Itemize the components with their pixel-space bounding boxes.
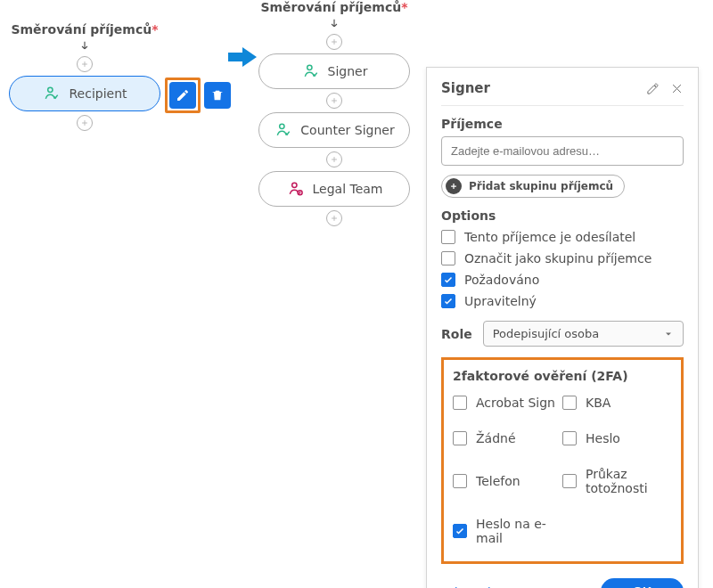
checkbox-unchecked [441, 251, 455, 265]
option-editable-label: Upravitelný [464, 294, 537, 308]
two-factor-section: 2faktorové ověření (2FA) Acrobat Sign KB… [441, 357, 684, 564]
panel-title: Signer [441, 80, 490, 96]
workflow-left: Směrování příjemců* Recipient [9, 22, 160, 135]
twofa-password-label: Heslo [586, 431, 620, 445]
delete-recipient-button[interactable] [204, 82, 231, 109]
option-is-sender[interactable]: Tento příjemce je odesílatel [441, 230, 684, 244]
recipient-pill[interactable]: Recipient [9, 76, 160, 111]
close-icon[interactable] [670, 82, 684, 95]
recipient-section-label: Příjemce [441, 117, 684, 131]
add-step-button[interactable] [326, 210, 342, 226]
chevron-down-icon [663, 329, 674, 339]
recipient-pill-label: Counter Signer [300, 123, 394, 137]
twofa-password[interactable]: Heslo [562, 431, 672, 445]
pill-actions [165, 78, 231, 113]
options-section-label: Options [441, 208, 684, 223]
edit-icon[interactable] [646, 82, 660, 95]
add-step-button[interactable] [77, 56, 93, 72]
twofa-kba[interactable]: KBA [562, 396, 672, 410]
option-as-group-label: Označit jako skupinu příjemce [464, 251, 652, 265]
panel-footer: Odstranit OK [441, 578, 684, 588]
option-required[interactable]: Požadováno [441, 273, 684, 287]
checkbox-unchecked [562, 396, 577, 410]
twofa-acrobat-sign[interactable]: Acrobat Sign [453, 396, 562, 410]
option-required-label: Požadováno [464, 273, 539, 287]
edit-recipient-button[interactable] [169, 82, 196, 109]
twofa-phone[interactable]: Telefon [453, 467, 562, 495]
checkbox-unchecked [562, 474, 577, 488]
checkbox-unchecked [453, 474, 467, 488]
workflow-right-title: Směrování příjemců* [258, 0, 410, 14]
signer-panel: Signer Příjemce Přidat skupinu příjemců … [426, 67, 699, 588]
add-step-button[interactable] [326, 151, 342, 167]
add-step-button[interactable] [326, 93, 342, 109]
role-row: Role Podepisující osoba [441, 321, 684, 347]
svg-point-2 [280, 124, 284, 128]
required-star: * [401, 0, 407, 14]
signer-icon [301, 61, 321, 81]
workflow-left-title: Směrování příjemců* [9, 22, 160, 37]
recipient-email-input[interactable] [441, 136, 684, 166]
checkbox-checked [453, 524, 467, 538]
recipient-pill-label: Recipient [69, 86, 127, 101]
recipient-pill-label: Legal Team [313, 182, 383, 196]
checkbox-unchecked [453, 396, 467, 410]
add-step-button[interactable] [326, 34, 342, 50]
twofa-none[interactable]: Žádné [453, 431, 562, 445]
recipient-pill-signer[interactable]: Signer [258, 53, 410, 89]
add-recipient-group-button[interactable]: Přidat skupinu příjemců [441, 175, 625, 198]
twofa-id-label: Průkaz totožnosti [586, 467, 672, 495]
svg-point-1 [307, 65, 311, 69]
twofa-id[interactable]: Průkaz totožnosti [562, 467, 672, 495]
role-select[interactable]: Podepisující osoba [483, 321, 684, 347]
checkbox-unchecked [453, 431, 467, 445]
twofa-phone-label: Telefon [476, 474, 520, 488]
two-factor-label: 2faktorové ověření (2FA) [453, 369, 672, 383]
recipient-pill-legal-team[interactable]: Legal Team [258, 171, 410, 207]
required-star: * [152, 22, 158, 37]
recipient-pill-label: Signer [328, 64, 368, 78]
ok-button[interactable]: OK [601, 578, 684, 588]
twofa-none-label: Žádné [476, 431, 516, 445]
plus-icon [446, 178, 462, 194]
recipient-pill-counter-signer[interactable]: Counter Signer [258, 112, 410, 148]
option-editable[interactable]: Upravitelný [441, 294, 684, 308]
add-step-button[interactable] [77, 115, 93, 131]
twofa-acrobat-label: Acrobat Sign [476, 396, 555, 410]
option-is-sender-label: Tento příjemce je odesílatel [464, 230, 635, 244]
checkbox-unchecked [441, 230, 455, 244]
signer-icon [274, 120, 293, 140]
delete-button[interactable]: Odstranit [441, 585, 496, 589]
svg-point-0 [48, 87, 53, 92]
arrow-down-icon [328, 18, 340, 30]
checkbox-checked [441, 273, 455, 287]
highlight-box [165, 78, 201, 113]
twofa-email-password-label: Heslo na e-mail [476, 517, 562, 545]
panel-header: Signer [441, 80, 684, 96]
svg-point-3 [291, 183, 296, 187]
checkbox-unchecked [562, 431, 577, 445]
role-label: Role [441, 327, 472, 341]
role-select-value: Podepisující osoba [493, 327, 599, 340]
legal-team-icon [286, 179, 306, 199]
pointer-arrow-icon [228, 46, 257, 68]
twofa-email-password[interactable]: Heslo na e-mail [453, 517, 562, 545]
add-recipient-group-label: Přidat skupinu příjemců [469, 180, 613, 192]
signer-icon [42, 84, 61, 103]
checkbox-checked [441, 294, 455, 308]
option-as-group[interactable]: Označit jako skupinu příjemce [441, 251, 684, 265]
twofa-kba-label: KBA [586, 396, 611, 410]
arrow-down-icon [78, 40, 91, 53]
workflow-right: Směrování příjemců* Signer Counter Signe… [258, 0, 410, 230]
workflow-left-title-text: Směrování příjemců [11, 22, 152, 37]
workflow-right-title-text: Směrování příjemců [260, 0, 401, 14]
